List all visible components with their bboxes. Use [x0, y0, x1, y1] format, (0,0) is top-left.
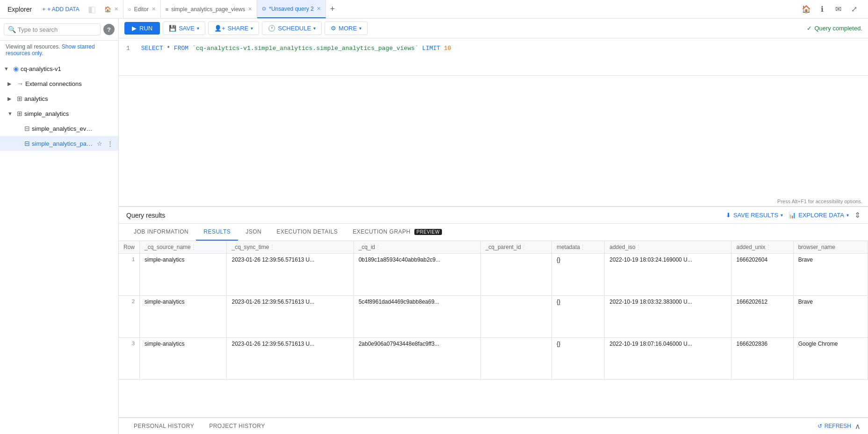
sql-number: 10 [444, 45, 451, 52]
expand-arrow: ▶ [7, 81, 15, 87]
chevron-down-icon: ▾ [359, 26, 362, 31]
home-icon-btn[interactable]: 🏠 [800, 3, 813, 16]
cell-parent-3 [480, 338, 551, 380]
col-header-cq-source-name: _cq_source_name⋮ [140, 241, 227, 254]
sidebar: 🔍 ? Viewing all resources. Show starred … [0, 19, 119, 434]
tab-home[interactable]: 🏠 ✕ [100, 0, 123, 18]
gear-icon: ⚙ [331, 25, 336, 32]
search-icon: 🔍 [8, 26, 16, 33]
col-resize[interactable]: ⋮ [191, 244, 193, 250]
item-actions: ☆ ⋮ [95, 139, 115, 148]
tree-item-cq-analytics-v1[interactable]: ▼ ◉ cq-analytics-v1 ☆ ⋮ [0, 61, 118, 76]
chevron-down-icon: ▾ [251, 26, 253, 31]
col-resize[interactable]: ⋮ [766, 244, 767, 250]
star-button[interactable]: ☆ [95, 139, 104, 148]
tree-item-simple-analytics[interactable]: ▼ ⊞ simple_analytics ☆ ⋮ [0, 106, 118, 121]
collapse-button[interactable]: ∧ [855, 422, 861, 431]
cell-row-1: 1 [119, 254, 140, 296]
star-button[interactable]: ☆ [95, 124, 104, 133]
cell-metadata-1: {} [552, 254, 605, 296]
results-title: Query results [126, 212, 165, 219]
tree-item-external-connections[interactable]: ▶ → External connections [0, 76, 118, 91]
expand-results-button[interactable]: ⇕ [854, 211, 861, 220]
home-icon: 🏠 [104, 6, 111, 13]
tab-execution-details[interactable]: EXECUTION DETAILS [269, 224, 345, 241]
star-button[interactable]: ☆ [95, 94, 104, 103]
save-button[interactable]: 💾 SAVE ▾ [163, 21, 205, 35]
table-row: 2 simple-analytics 2023-01-26 12:39:56.5… [119, 296, 868, 338]
table-icon: ≡ [166, 7, 168, 12]
save-icon: 💾 [169, 25, 176, 32]
table-row: 3 simple-analytics 2023-01-26 12:39:56.5… [119, 338, 868, 380]
more-button[interactable]: ⋮ [105, 124, 115, 133]
tab-page-views[interactable]: ≡ simple_analytics_page_views ✕ [161, 0, 258, 18]
data-table-wrapper[interactable]: Row _cq_source_name⋮ _cq_sync_time⋮ _cq_… [119, 241, 868, 417]
col-header-cq-sync-time: _cq_sync_time⋮ [227, 241, 354, 254]
sql-text: * [166, 45, 174, 52]
close-editor-tab[interactable]: ✕ [152, 6, 156, 12]
table-row: 1 simple-analytics 2023-01-26 12:39:56.5… [119, 254, 868, 296]
col-resize[interactable]: ⋮ [521, 244, 523, 250]
more-button[interactable]: ⋮ [105, 109, 115, 118]
col-header-metadata: metadata⋮ [552, 241, 605, 254]
cell-browser-3: Google Chrome [793, 338, 868, 380]
tree-item-simple-analytics-events[interactable]: ▶ ⊟ simple_analytics_events ☆ ⋮ [0, 121, 118, 136]
close-page-views-tab[interactable]: ✕ [248, 6, 252, 12]
share-button[interactable]: 👤+ SHARE ▾ [208, 21, 259, 35]
tab-execution-graph[interactable]: EXECUTION GRAPH PREVIEW [345, 224, 449, 241]
tab-json[interactable]: JSON [238, 224, 269, 241]
personal-history-tab[interactable]: PERSONAL HISTORY [126, 419, 202, 433]
more-button[interactable]: ⋮ [105, 64, 115, 73]
col-header-cq-id: _cq_id⋮ [354, 241, 480, 254]
col-resize[interactable]: ⋮ [636, 244, 637, 250]
add-data-button[interactable]: + + ADD DATA [37, 4, 84, 14]
more-button[interactable]: ⚙ MORE ▾ [325, 21, 368, 35]
table-header-row: Row _cq_source_name⋮ _cq_sync_time⋮ _cq_… [119, 241, 868, 254]
expand-arrow: ▼ [4, 66, 11, 71]
top-bar: Explorer + + ADD DATA ◧ 🏠 ✕ ○ Editor ✕ ≡… [0, 0, 868, 19]
cell-id-1: 0b189c1a85934c40abb9ab2c9... [354, 254, 480, 296]
star-button[interactable]: ☆ [95, 64, 104, 73]
col-header-browser-name: browser_name [793, 241, 868, 254]
col-resize[interactable]: ⋮ [375, 244, 377, 250]
sql-editor[interactable]: 1 SELECT * FROM `cq-analytics-v1.simple_… [119, 38, 868, 76]
expand-arrow: ▶ [7, 96, 15, 102]
chat-icon-btn[interactable]: ✉ [832, 3, 845, 16]
cell-id-2: 5c4f8961dad4469c9abb8ea69... [354, 296, 480, 338]
cell-sync-3: 2023-01-26 12:39:56.571613 U... [227, 338, 354, 380]
sidebar-toggle-icon[interactable]: ◧ [88, 4, 96, 14]
cell-added-unix-3: 1666202836 [731, 338, 793, 380]
close-unsaved-query-tab[interactable]: ✕ [317, 6, 321, 12]
tab-results[interactable]: RESULTS [196, 224, 238, 241]
play-icon: ▶ [132, 25, 137, 32]
help-button[interactable]: ? [103, 24, 115, 35]
download-icon: ⬇ [726, 212, 731, 219]
query-status: ✓ Query completed. [807, 25, 862, 32]
tree-item-analytics[interactable]: ▶ ⊞ analytics ☆ ⋮ [0, 91, 118, 106]
save-results-button[interactable]: ⬇ SAVE RESULTS ▾ [726, 212, 783, 219]
tree-item-simple-analytics-page-views[interactable]: ▶ ⊟ simple_analytics_page_... ☆ ⋮ [0, 136, 118, 151]
tab-editor[interactable]: ○ Editor ✕ [123, 0, 161, 18]
run-button[interactable]: ▶ RUN [124, 22, 160, 35]
info-icon-btn[interactable]: ℹ [816, 3, 829, 16]
fullscreen-icon-btn[interactable]: ⤢ [847, 3, 861, 16]
star-button[interactable]: ☆ [95, 109, 104, 118]
close-home-tab[interactable]: ✕ [114, 6, 118, 12]
tab-unsaved-query[interactable]: ⊙ *Unsaved query 2 ✕ [257, 0, 326, 18]
clock-icon: 🕐 [268, 25, 275, 32]
schedule-button[interactable]: 🕐 SCHEDULE ▾ [262, 21, 322, 35]
table-icon: ⊟ [24, 125, 30, 132]
table-icon: ⊟ [24, 140, 30, 147]
more-button[interactable]: ⋮ [105, 139, 115, 148]
search-input-wrapper[interactable]: 🔍 [4, 23, 101, 36]
refresh-button[interactable]: ↺ REFRESH [817, 423, 851, 429]
tab-job-information[interactable]: JOB INFORMATION [126, 224, 196, 241]
col-resize[interactable]: ⋮ [580, 244, 582, 250]
explore-data-button[interactable]: 📊 EXPLORE DATA ▾ [788, 212, 849, 219]
add-tab-button[interactable]: + [326, 3, 339, 16]
database-icon: ◉ [13, 65, 19, 72]
col-resize[interactable]: ⋮ [269, 244, 271, 250]
more-button[interactable]: ⋮ [105, 94, 115, 103]
project-history-tab[interactable]: PROJECT HISTORY [202, 419, 273, 433]
search-input[interactable] [18, 26, 96, 33]
